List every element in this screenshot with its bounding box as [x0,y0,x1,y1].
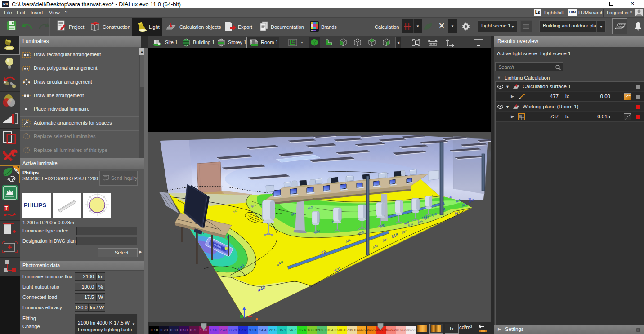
svg-text:T: T [5,205,8,211]
